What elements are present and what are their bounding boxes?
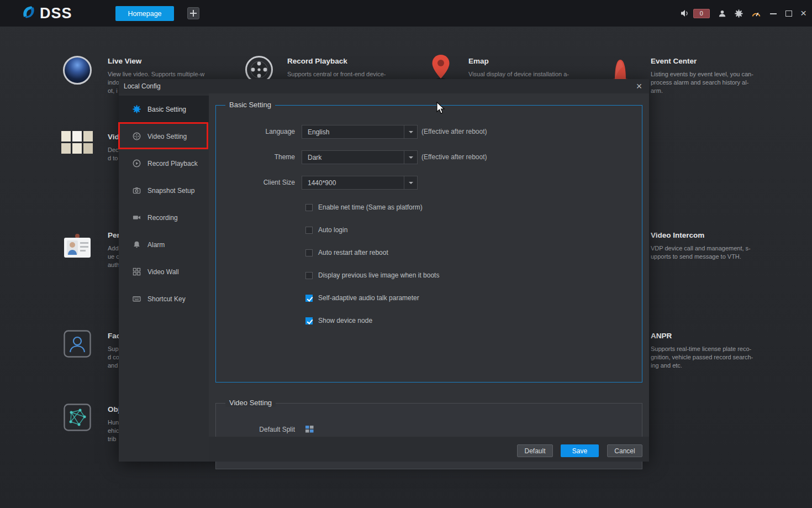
checkbox-checked[interactable]	[305, 317, 313, 324]
checkbox-label: Self-adaptive audio talk parameter	[318, 294, 419, 302]
add-tab-button[interactable]	[187, 7, 199, 19]
tile-video-intercom[interactable]: Video Intercom VDP device call and manag…	[651, 231, 751, 261]
chevron-down-icon	[404, 125, 417, 138]
checkbox-label: Enable net time (Same as platform)	[318, 203, 423, 211]
live-view-icon[interactable]	[63, 56, 92, 85]
tile-description: Addue cauth	[108, 244, 120, 269]
checkbox-self-adaptive-audio[interactable]: Self-adaptive audio talk parameter	[305, 294, 419, 302]
config-sidebar: Basic Setting Video Setting Record Playb…	[119, 93, 209, 462]
sidebar-item-label: Recording	[147, 214, 178, 222]
tile-title: Live View	[108, 57, 204, 65]
person-card-icon[interactable]	[62, 233, 92, 261]
tile-description: Decd to	[108, 146, 119, 163]
split-layout-icon[interactable]	[305, 425, 314, 435]
tile-anpr[interactable]: ANPR Supports real-time license plate re…	[651, 332, 753, 370]
theme-note: (Effective after reboot)	[421, 150, 487, 164]
network-speed-gauge-icon[interactable]	[751, 10, 761, 17]
cancel-button[interactable]: Cancel	[607, 444, 642, 457]
tile-title: Record Playback	[287, 57, 386, 65]
dialog-titlebar[interactable]: Local Config	[119, 79, 649, 93]
minimize-button[interactable]	[769, 9, 777, 17]
checkbox-label: Auto login	[318, 226, 347, 234]
sidebar-item-label: Shortcut Key	[147, 295, 186, 303]
close-window-button[interactable]	[800, 9, 806, 17]
tile-description: Supports central or front-end device-	[287, 70, 386, 78]
theme-select[interactable]: Dark	[302, 150, 418, 164]
film-reel-icon	[133, 132, 141, 140]
dialog-close-icon[interactable]	[634, 81, 645, 92]
video-wall-tiles-icon[interactable]	[61, 131, 93, 156]
screen: DSS Homepage 0	[0, 0, 812, 508]
language-value: English	[302, 128, 404, 136]
sidebar-item-shortcut-key[interactable]: Shortcut Key	[119, 285, 209, 312]
settings-gear-icon[interactable]	[735, 9, 743, 18]
user-icon[interactable]	[718, 9, 726, 18]
checkbox-enable-net-time[interactable]: Enable net time (Same as platform)	[305, 203, 423, 211]
tile-person[interactable]: Per Addue cauth	[108, 231, 120, 269]
volume-icon[interactable]	[681, 9, 689, 17]
dialog-title: Local Config	[124, 82, 161, 90]
sidebar-item-video-wall[interactable]: Video Wall	[119, 258, 209, 285]
sidebar-item-record-playback[interactable]: Record Playback	[119, 150, 209, 177]
grid-icon	[133, 268, 141, 276]
tile-title: Emap	[468, 57, 569, 65]
checkbox-label: Display previous live image when it boot…	[318, 271, 439, 279]
sidebar-item-label: Video Wall	[147, 268, 179, 276]
chevron-down-icon	[404, 176, 417, 189]
titlebar: DSS Homepage 0	[0, 0, 812, 27]
face-recognition-icon[interactable]	[64, 330, 91, 360]
sidebar-item-video-setting[interactable]: Video Setting	[119, 123, 209, 150]
tab-homepage[interactable]: Homepage	[115, 6, 174, 21]
checkbox-unchecked[interactable]	[305, 249, 313, 256]
default-button[interactable]: Default	[517, 444, 553, 457]
tile-video-wall[interactable]: Vid Decd to	[108, 133, 119, 163]
checkbox-auto-restart[interactable]: Auto restart after reboot	[305, 249, 388, 256]
checkbox-unchecked[interactable]	[305, 227, 313, 234]
local-config-dialog: Local Config Basic Setting Video Setting	[119, 79, 649, 462]
tile-emap[interactable]: Emap Visual display of device installati…	[468, 57, 569, 78]
sidebar-item-label: Record Playback	[147, 160, 198, 167]
default-split-label: Default Split	[216, 426, 295, 434]
sidebar-item-basic-setting[interactable]: Basic Setting	[119, 96, 209, 123]
sidebar-item-alarm[interactable]: Alarm	[119, 231, 209, 258]
titlebar-controls: 0	[681, 0, 806, 27]
save-button[interactable]: Save	[561, 444, 599, 457]
client-size-select[interactable]: 1440*900	[302, 176, 418, 190]
sidebar-item-recording[interactable]: Recording	[119, 204, 209, 231]
dss-logo: DSS	[21, 4, 72, 22]
checkbox-checked[interactable]	[305, 295, 313, 302]
checkbox-display-previous-live[interactable]: Display previous live image when it boot…	[305, 271, 439, 279]
tile-title: ANPR	[651, 332, 753, 340]
tile-title: Video Intercom	[651, 231, 751, 239]
tile-title: Vid	[108, 133, 119, 141]
basic-setting-legend: Basic Setting	[225, 101, 275, 109]
tile-description: Listing events by event level, you can-p…	[651, 70, 753, 95]
tile-description: VDP device call and management, s-upport…	[651, 244, 751, 261]
sidebar-item-snapshot-setup[interactable]: Snapshot Setup	[119, 177, 209, 204]
client-size-label: Client Size	[216, 176, 295, 190]
tile-description: Supports real-time license plate reco-gn…	[651, 345, 753, 370]
checkbox-unchecked[interactable]	[305, 272, 313, 279]
tile-description: Visual display of device installation a-	[468, 70, 569, 78]
tile-record-playback[interactable]: Record Playback Supports central or fron…	[287, 57, 386, 78]
theme-label: Theme	[216, 150, 295, 164]
alarm-count-badge[interactable]: 0	[693, 9, 710, 18]
sidebar-item-label: Video Setting	[147, 133, 187, 140]
language-select[interactable]: English	[302, 125, 418, 139]
object-detection-icon[interactable]	[64, 404, 91, 433]
tile-title: Per	[108, 231, 120, 239]
maximize-button[interactable]	[785, 11, 792, 17]
video-camera-icon	[133, 213, 141, 222]
language-label: Language	[216, 125, 295, 139]
client-size-value: 1440*900	[302, 179, 404, 187]
tile-event-center[interactable]: Event Center Listing events by event lev…	[651, 57, 753, 95]
sidebar-item-label: Snapshot Setup	[147, 187, 194, 195]
checkbox-unchecked[interactable]	[305, 204, 313, 211]
chevron-down-icon	[404, 151, 417, 164]
tile-title: Event Center	[651, 57, 753, 65]
checkbox-show-device-node[interactable]: Show device node	[305, 317, 372, 324]
theme-value: Dark	[302, 154, 404, 161]
sidebar-item-label: Basic Setting	[147, 106, 186, 113]
checkbox-auto-login[interactable]: Auto login	[305, 226, 347, 234]
video-setting-legend: Video Setting	[225, 399, 276, 407]
